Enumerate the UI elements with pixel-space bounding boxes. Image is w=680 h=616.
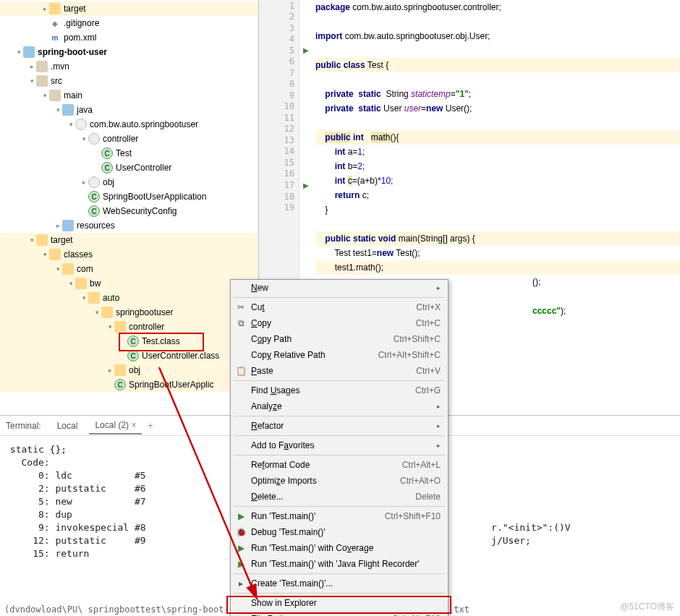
tree-item[interactable]: ▾main <box>0 88 258 103</box>
folder-open-icon <box>114 321 126 333</box>
folder-open-icon <box>62 263 74 275</box>
tree-item[interactable]: ▾java <box>0 103 258 117</box>
menu-item[interactable]: ▶Run 'Test.main()' with 'Java Flight Rec… <box>231 556 448 572</box>
menu-item[interactable]: Delete...Delete <box>231 489 448 505</box>
menu-item[interactable]: Copy PathCtrl+Shift+C <box>231 331 448 347</box>
pkg-icon <box>88 176 100 188</box>
tree-item[interactable]: ◆.gitignore <box>0 16 258 30</box>
folder-closed-icon <box>36 75 48 87</box>
tree-item[interactable]: ▸target <box>0 1 258 16</box>
menu-icon: ▶ <box>235 511 247 521</box>
tree-item[interactable]: ▾target <box>0 233 258 247</box>
terminal-add-icon[interactable]: + <box>148 421 153 431</box>
folder-open-icon <box>49 3 61 14</box>
menu-icon: ▸ <box>235 578 247 589</box>
menu-item[interactable]: ⧉CopyCtrl+C <box>231 315 448 331</box>
tree-item[interactable]: ▾classes <box>0 247 258 262</box>
menu-item[interactable]: New▸ <box>231 280 448 296</box>
menu-item[interactable]: Reformat CodeCtrl+Alt+L <box>231 457 448 473</box>
tree-item[interactable]: CTest <box>0 146 258 161</box>
menu-item[interactable]: ▶Run 'Test.main()' with Coverage <box>231 540 448 556</box>
folder-open-icon <box>88 292 100 304</box>
menu-item[interactable]: Optimize ImportsCtrl+Alt+O <box>231 473 448 489</box>
tree-item[interactable]: CWebSecurityConfig <box>0 204 258 218</box>
menu-item[interactable]: ▶Run 'Test.main()'Ctrl+Shift+F10 <box>231 508 448 524</box>
menu-item[interactable]: 🐞Debug 'Test.main()' <box>231 524 448 540</box>
folder-open-icon <box>49 249 61 260</box>
file-git-icon: ◆ <box>49 17 61 29</box>
folder-blue-icon <box>62 220 74 231</box>
menu-item[interactable]: File PathCtrl+Alt+F12 <box>231 611 448 616</box>
classicon-icon: C <box>127 350 139 362</box>
menu-item[interactable]: Find UsagesCtrl+G <box>231 382 448 398</box>
tree-item[interactable]: ▸obj <box>0 175 258 189</box>
tree-item[interactable]: ▾src <box>0 74 258 88</box>
terminal-tab-local2[interactable]: Local (2) × <box>89 417 142 435</box>
menu-icon: ⧉ <box>235 318 247 328</box>
menu-item[interactable]: ▸Create 'Test.main()'... <box>231 576 448 591</box>
folder-blue-icon <box>62 104 74 116</box>
pkg-icon <box>88 133 100 145</box>
pkg-icon <box>75 119 87 130</box>
tree-item[interactable]: ▾bw <box>0 276 258 291</box>
tree-item[interactable]: ▸resources <box>0 218 258 233</box>
folder-closed-icon <box>49 90 61 101</box>
tree-item[interactable]: mpom.xml <box>0 30 258 45</box>
menu-icon: ✂ <box>235 302 247 312</box>
folder-open-icon <box>36 234 48 246</box>
menu-item[interactable]: 📋PasteCtrl+V <box>231 363 448 379</box>
classicon-icon: C <box>127 335 139 347</box>
folder-open-icon <box>75 278 87 289</box>
tree-item[interactable]: ▸obj <box>0 363 258 377</box>
tree-item[interactable]: ▾auto <box>0 291 258 305</box>
tree-item[interactable]: CSpringBootUserApplic <box>0 377 258 392</box>
menu-item[interactable]: Copy Relative PathCtrl+Alt+Shift+C <box>231 347 448 363</box>
tree-item[interactable]: ▾com <box>0 262 258 276</box>
tree-item[interactable]: ▾springbootuser <box>0 305 258 320</box>
folder-blue-icon <box>23 46 35 58</box>
classicon-icon: C <box>101 162 113 174</box>
context-menu[interactable]: New▸✂CutCtrl+X⧉CopyCtrl+CCopy PathCtrl+S… <box>230 279 449 616</box>
tree-item[interactable]: ▸.mvn <box>0 59 258 74</box>
project-tree[interactable]: ▸target◆.gitignorempom.xml▾spring-boot-u… <box>0 0 259 415</box>
classicon-icon: C <box>88 191 100 202</box>
menu-item[interactable]: Analyze▸ <box>231 398 448 414</box>
menu-icon: 🐞 <box>235 527 247 537</box>
menu-item[interactable]: Add to Favorites▸ <box>231 437 448 453</box>
file-m-icon: m <box>49 32 61 43</box>
classicon-icon: C <box>101 147 113 159</box>
menu-icon: ▶ <box>235 559 247 569</box>
tree-item[interactable]: ▾com.bw.auto.springbootuser <box>0 117 258 132</box>
folder-closed-icon <box>36 61 48 72</box>
tree-item[interactable]: ▾controller <box>0 132 258 146</box>
menu-item[interactable]: Refactor▸ <box>231 418 448 434</box>
tree-item[interactable]: ▾spring-boot-user <box>0 45 258 59</box>
menu-icon: 📋 <box>235 366 247 376</box>
folder-open-icon <box>101 307 113 318</box>
folder-open-icon <box>114 364 126 376</box>
watermark: @51CTO博客 <box>620 601 674 613</box>
tree-item[interactable]: CUserController.class <box>0 348 258 363</box>
classicon-icon: C <box>114 379 126 390</box>
classicon-icon: C <box>88 205 100 217</box>
tree-item[interactable]: CTest.class <box>0 334 258 348</box>
terminal-tab-local[interactable]: Local <box>51 418 84 434</box>
terminal-label: Terminal: <box>6 421 46 431</box>
menu-icon: ▶ <box>235 543 247 553</box>
tree-item[interactable]: CSpringBootUserApplication <box>0 189 258 204</box>
tree-item[interactable]: ▾controller <box>0 320 258 334</box>
menu-item[interactable]: Show in Explorer <box>231 595 448 611</box>
menu-item[interactable]: ✂CutCtrl+X <box>231 299 448 315</box>
tree-item[interactable]: CUserController <box>0 161 258 175</box>
